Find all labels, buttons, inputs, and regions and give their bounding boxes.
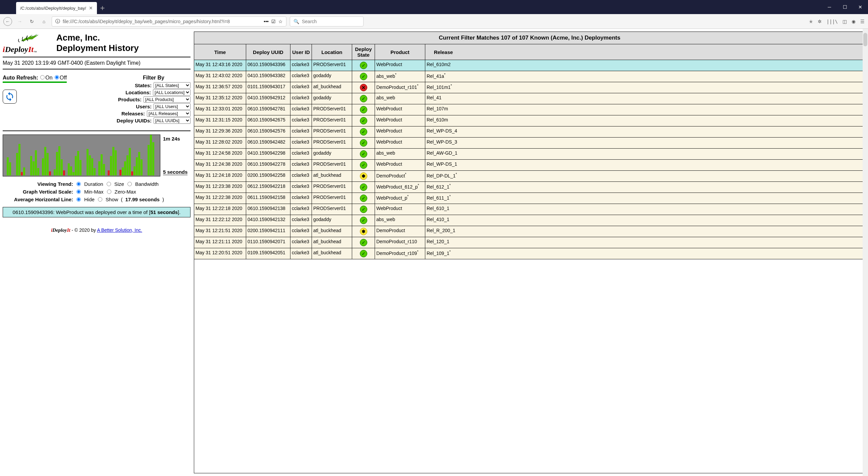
filter-users-select[interactable]: [ALL Users]: [154, 103, 190, 110]
trend-size-radio[interactable]: [107, 182, 111, 186]
cell-user: cclarke3: [290, 82, 312, 93]
reader-icon[interactable]: ☑: [271, 19, 276, 24]
filter-uuids-select[interactable]: [ALL UUIDs]: [154, 117, 190, 124]
cell-state: ✓: [352, 248, 375, 259]
filter-locations-select[interactable]: [ALL Locations]: [153, 89, 190, 96]
account-icon[interactable]: ◉: [851, 19, 856, 24]
table-row[interactable]: May 31 12:24:18 20200200.1590942258cclar…: [194, 171, 865, 182]
avg-show-radio[interactable]: [98, 197, 102, 202]
table-row[interactable]: May 31 12:21:11 20200110.1590942071cclar…: [194, 237, 865, 248]
table-row[interactable]: May 31 12:22:18 20200610.1590942138cclar…: [194, 204, 865, 215]
back-button[interactable]: ←: [3, 17, 12, 26]
header-location[interactable]: Location: [312, 44, 352, 60]
maximize-icon[interactable]: ☐: [837, 2, 852, 12]
table-row[interactable]: May 31 12:23:38 20200612.1590942218cclar…: [194, 182, 865, 193]
search-icon: 🔍: [293, 19, 299, 24]
table-row[interactable]: May 31 12:29:36 20200610.1590942576cclar…: [194, 126, 865, 138]
cell-uuid: 0200.1590942111: [246, 226, 290, 237]
cell-location: godaddy: [312, 149, 352, 159]
scale-minmax-radio[interactable]: [76, 189, 81, 194]
cell-release: Rel_41a*: [425, 71, 462, 82]
table-row[interactable]: May 31 12:20:51 20200109.1590942051cclar…: [194, 248, 865, 259]
table-row[interactable]: May 31 12:28:02 20200610.1590942482cclar…: [194, 138, 865, 149]
table-row[interactable]: May 31 12:24:38 20200610.1590942278cclar…: [194, 160, 865, 171]
minimize-icon[interactable]: ─: [822, 2, 837, 12]
state-ok-icon: ✓: [360, 106, 367, 113]
close-icon[interactable]: ✕: [89, 5, 93, 11]
info-icon[interactable]: ⓘ: [55, 19, 60, 25]
footer-company-link[interactable]: A Better Solution, Inc.: [97, 228, 142, 233]
chart-bar: [58, 146, 60, 175]
cell-user: cclarke3: [290, 160, 312, 170]
chart-bar: [33, 161, 35, 175]
library-icon[interactable]: |||\: [827, 19, 838, 24]
chart-bar: [56, 152, 58, 175]
table-row[interactable]: May 31 12:31:15 20200610.1590942675cclar…: [194, 115, 865, 126]
auto-refresh-on-radio[interactable]: [40, 75, 44, 80]
cell-product: DemoProduct_r109*: [375, 248, 425, 259]
state-warn-icon: ✱: [360, 172, 367, 180]
header-release[interactable]: Release: [425, 44, 462, 60]
filter-products-select[interactable]: [ALL Products]: [144, 96, 190, 102]
table-row[interactable]: May 31 12:21:51 20200200.1590942111cclar…: [194, 226, 865, 237]
browser-tab[interactable]: /C:/cots/abs/iDeployIt/deploy_bay/ ✕: [16, 2, 97, 14]
bookmark-star-icon[interactable]: ✭: [809, 19, 813, 24]
table-row[interactable]: May 31 12:22:38 20200611.1590942158cclar…: [194, 193, 865, 204]
filter-states-label: States:: [135, 83, 152, 88]
gear-icon[interactable]: ✲: [818, 19, 822, 24]
table-row[interactable]: May 31 12:24:58 20200410.1590942298cclar…: [194, 149, 865, 160]
filter-releases-select[interactable]: [ALL Releases]: [147, 110, 190, 117]
filter-users-label: Users:: [136, 103, 152, 109]
state-ok-icon: ✓: [360, 95, 367, 102]
table-title: Current Filter Matches 107 of 107 Known …: [194, 32, 865, 44]
cell-release: Rel_610m2: [425, 60, 462, 71]
new-tab-button[interactable]: +: [100, 3, 105, 13]
refresh-button[interactable]: [3, 90, 17, 103]
table-row[interactable]: May 31 12:43:16 20200610.1590943396cclar…: [194, 60, 865, 71]
chart-bar: [138, 152, 140, 175]
table-row[interactable]: May 31 12:22:12 20200410.1590942132cclar…: [194, 215, 865, 226]
cell-user: cclarke3: [290, 104, 312, 115]
table-row[interactable]: May 31 12:36:57 20200101.1590943017cclar…: [194, 82, 865, 93]
trend-bandwidth-radio[interactable]: [127, 182, 132, 186]
header-uuid[interactable]: Deploy UUID: [246, 44, 290, 60]
cell-release: Rel_610_1: [425, 204, 462, 215]
chart-bar: [63, 170, 65, 175]
chart-bar: [94, 168, 96, 175]
page-scrollbar[interactable]: [863, 29, 868, 476]
cell-time: May 31 12:22:38 2020: [194, 193, 246, 204]
header-time[interactable]: Time: [194, 44, 246, 60]
search-bar[interactable]: 🔍: [290, 17, 364, 27]
cell-time: May 31 12:24:58 2020: [194, 149, 246, 159]
cell-user: cclarke3: [290, 93, 312, 104]
filter-states-select[interactable]: [ALL States]: [154, 82, 190, 89]
cell-product: WebProduct_p*: [375, 193, 425, 204]
header-product[interactable]: Product: [375, 44, 425, 60]
cell-release: Rel_R_200_1: [425, 226, 462, 237]
avg-hide-radio[interactable]: [76, 197, 81, 202]
forward-button[interactable]: →: [16, 17, 24, 26]
table-row[interactable]: May 31 12:33:01 20200610.1590942781cclar…: [194, 104, 865, 115]
close-window-icon[interactable]: ✕: [852, 2, 868, 12]
scale-zeromax-radio[interactable]: [107, 189, 111, 194]
url-bar[interactable]: ⓘ file:///C:/cots/abs/iDeployIt/deploy_b…: [52, 17, 286, 27]
sidebar-icon[interactable]: ◫: [842, 19, 847, 24]
trend-duration-radio[interactable]: [76, 182, 81, 186]
header-state[interactable]: Deploy State: [352, 44, 375, 60]
auto-refresh-off-radio[interactable]: [55, 75, 59, 80]
chart-bar: [72, 172, 74, 175]
home-button[interactable]: ⌂: [39, 17, 48, 26]
cell-uuid: 0610.1590943396: [246, 60, 290, 71]
table-body[interactable]: May 31 12:43:16 20200610.1590943396cclar…: [194, 60, 865, 473]
search-input[interactable]: [302, 19, 361, 24]
star-icon[interactable]: ☆: [278, 19, 283, 24]
cell-state: ✓: [352, 237, 375, 248]
menu-icon[interactable]: ☰: [860, 19, 865, 24]
table-row[interactable]: May 31 12:35:12 20200410.1590942912cclar…: [194, 93, 865, 104]
cell-product: DemoProduct*: [375, 171, 425, 181]
table-row[interactable]: May 31 12:43:02 20200410.1590943382cclar…: [194, 71, 865, 82]
reload-button[interactable]: ↻: [28, 17, 36, 26]
chart-bar: [122, 168, 124, 175]
more-icon[interactable]: •••: [264, 19, 269, 24]
header-user[interactable]: User ID: [290, 44, 312, 60]
